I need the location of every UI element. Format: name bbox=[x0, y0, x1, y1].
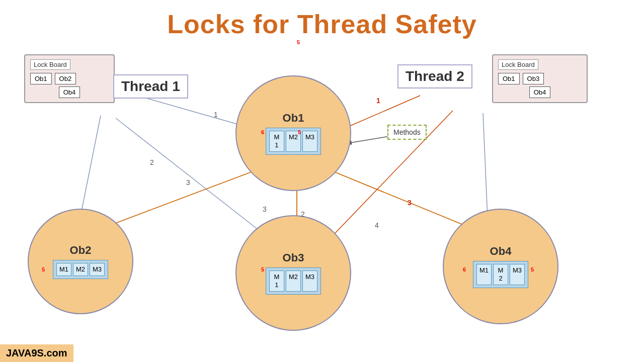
ob1-lockcount-mid: 5 bbox=[298, 129, 301, 135]
ob1-line2: 2 bbox=[301, 210, 305, 218]
ob4-lockcount-left: 6 bbox=[463, 266, 466, 273]
thread2-lockboard-row1: Ob1 Ob3 bbox=[498, 73, 582, 84]
watermark: JAVA9S.com bbox=[0, 344, 73, 362]
ob1-methods-box: M1 M2 M3 bbox=[266, 128, 321, 154]
thread2-lock-ob4: Ob4 bbox=[529, 86, 551, 98]
ob1-m1: M1 bbox=[269, 131, 284, 151]
methods-label: Methods bbox=[387, 125, 427, 140]
ob3-m3: M3 bbox=[302, 270, 317, 291]
ob3-lockcount-mid: 5 bbox=[297, 39, 300, 45]
t1-line1: 1 bbox=[214, 111, 218, 119]
ob3-m2: M2 bbox=[286, 270, 301, 291]
ob3-circle: Ob3 M1 M2 M3 bbox=[235, 215, 351, 331]
svg-line-8 bbox=[101, 171, 254, 229]
t1-line3: 3 bbox=[186, 178, 190, 187]
thread1-lockboard: Lock Board Ob1 Ob2 Ob4 bbox=[24, 54, 115, 103]
t2-line4: 4 bbox=[375, 221, 379, 229]
ob4-m2: M2 bbox=[493, 264, 508, 285]
ob2-m2: M2 bbox=[73, 263, 88, 276]
ob3-name: Ob3 bbox=[283, 251, 304, 264]
thread1-lock-ob1: Ob1 bbox=[30, 73, 52, 84]
svg-line-7 bbox=[332, 171, 473, 229]
thread2-lockboard-title: Lock Board bbox=[498, 59, 538, 70]
ob4-m1: M1 bbox=[476, 264, 492, 285]
t1-line2: 2 bbox=[150, 158, 154, 166]
thread1-lockboard-title: Lock Board bbox=[30, 59, 70, 70]
t2-line3: 3 bbox=[408, 199, 412, 207]
thread1-label: Thread 1 bbox=[113, 74, 188, 99]
ob1-line3: 3 bbox=[263, 205, 267, 213]
ob1-m3: M3 bbox=[302, 131, 317, 151]
ob3-methods-box: M1 M2 M3 bbox=[266, 267, 321, 294]
thread2-lock-ob1: Ob1 bbox=[498, 73, 520, 84]
ob4-circle: Ob4 M1 M2 M3 bbox=[443, 209, 558, 324]
thread2-label: Thread 2 bbox=[397, 64, 472, 88]
ob2-circle: Ob2 M1 M2 M3 bbox=[28, 209, 133, 314]
page-title: Locks for Thread Safety bbox=[0, 0, 644, 39]
ob3-lockcount-left: 5 bbox=[261, 266, 264, 273]
ob2-methods-box: M1 M2 M3 bbox=[53, 260, 108, 279]
thread2-lock-ob3: Ob3 bbox=[523, 73, 544, 84]
thread2-lockboard: Lock Board Ob1 Ob3 Ob4 bbox=[492, 54, 588, 103]
thread1-lockboard-row1: Ob1 Ob2 bbox=[30, 73, 109, 84]
ob3-m1: M1 bbox=[269, 270, 284, 291]
ob1-lockcount-left: 6 bbox=[261, 129, 264, 135]
ob2-name: Ob2 bbox=[70, 244, 92, 257]
svg-line-13 bbox=[347, 136, 392, 143]
thread1-lockboard-row2: Ob4 bbox=[30, 86, 109, 98]
ob4-lockcount-right: 5 bbox=[531, 266, 534, 273]
thread1-lock-ob4: Ob4 bbox=[59, 86, 80, 98]
t2-line1: 1 bbox=[376, 97, 380, 105]
thread1-lock-ob2: Ob2 bbox=[55, 73, 76, 84]
ob2-lockcount: 5 bbox=[42, 266, 45, 273]
ob1-name: Ob1 bbox=[283, 112, 304, 125]
ob4-m3: M3 bbox=[510, 264, 525, 285]
ob4-methods-box: M1 M2 M3 bbox=[473, 261, 528, 288]
ob2-m3: M3 bbox=[90, 263, 105, 276]
svg-line-3 bbox=[345, 96, 420, 128]
thread2-lockboard-row2: Ob4 bbox=[498, 86, 582, 98]
ob1-circle: Ob1 M1 M2 M3 bbox=[235, 75, 351, 191]
ob4-name: Ob4 bbox=[490, 245, 512, 258]
ob2-m1: M1 bbox=[56, 263, 71, 276]
